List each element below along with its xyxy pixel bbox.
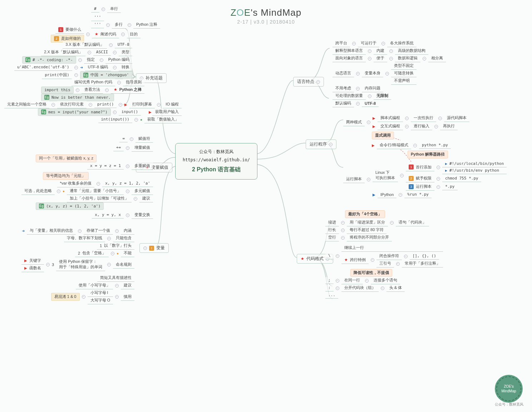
callout-4spaces: 最好为「4个空格」 [345, 210, 385, 218]
title-z: Z [231, 7, 237, 18]
branch-encoding: 3.X 版本「默认编码」−UTF-8 2.X 版本「默认编码」−ASCII −类… [14, 41, 132, 79]
title-o: O [237, 7, 244, 18]
star-icon: ★ [114, 87, 117, 92]
star-icon: ★ [344, 258, 348, 262]
flag-icon: ▶ [124, 103, 127, 107]
node-quote1: ''' [91, 14, 104, 21]
flag-icon: ▶ [373, 124, 375, 128]
arrow-icon: ➜ [80, 65, 83, 69]
branch-purpose: 1要做什么 2是如何做的 − ★阐述代码 − 目的 [51, 26, 141, 43]
root-line2: https://woaielf.github.io/ [179, 156, 253, 164]
node-py-encoding: Python 编码 [105, 56, 132, 64]
node-single-line: 单行 [107, 5, 121, 13]
branch-variable: ➜与「变量」相关联的信息−存储了一个值−内涵 字母、数字和下划线−只能包含 1 … [21, 227, 134, 304]
stamp-sub: 公众号：数林觅风 [495, 402, 523, 407]
dot-icon: ● [117, 251, 119, 255]
branch-code-format: 缩进−用「缩进深度」区分−语句「代码块」 行长−每行不超过 80 字符 空行−将… [325, 219, 443, 299]
topic-run[interactable]: 运行程序− [306, 139, 336, 149]
star-icon: ★ [301, 256, 304, 261]
branch-io: 元素之间输出一个空格− 依次打印元素− print()− ▶打印到屏幕 − IO… [4, 101, 182, 123]
branch-run: 两种模式− ▶脚本式编程−一次性执行−源代码脚本 ▶交互式编程−逐行输入−再执行… [343, 114, 507, 198]
flag-icon: ▶ [24, 259, 27, 263]
flag-icon: ▶ [372, 143, 375, 147]
node-naming: 命名规则 [113, 261, 134, 269]
flag-icon: ▶ [445, 162, 447, 166]
branch-lang-feature: 跨平台−可运行于−各大操作系统 解释型脚本语言−内建−高级的数据结构 面向对象的… [329, 38, 449, 109]
node-io: IO 编程 [163, 101, 182, 108]
root-txt: Python 语言基础 [195, 166, 241, 172]
flag-icon: ▶ [373, 193, 375, 197]
flag-icon: ▶ [445, 168, 447, 172]
topic-variable[interactable]: −!变量 [139, 243, 169, 253]
node-hash: # [91, 6, 99, 13]
topic-lang-feature[interactable]: 语言特点− [293, 77, 324, 87]
root-line1: 公众号：数林觅风 [179, 148, 253, 156]
zoe-stamp: ZOE's MindMap [496, 376, 521, 401]
title-e: E [244, 7, 251, 18]
flag-icon: ▶ [373, 116, 375, 120]
dot-icon: ● [140, 118, 142, 122]
branch-assign: =−赋值符 +=−增量赋值 同一个「引用」被赋值给 x, y, z x = y … [21, 135, 153, 219]
arrow-icon: ➜ [22, 229, 25, 233]
root-node[interactable]: 公众号：数林觅风 https://woaielf.github.io/ 2 Py… [175, 143, 257, 180]
root-num: 2 [192, 166, 195, 172]
branch-comments: #−单行 ''' '''−多行−Python 注释 [91, 5, 160, 29]
badge-icon: ! [149, 246, 154, 251]
star-icon: ★ [95, 32, 98, 36]
flag-icon: ▶ [24, 266, 27, 270]
flag-icon: ▶ [149, 110, 152, 114]
dot-icon: ● [63, 189, 65, 193]
title-block: ZOE's MindMap 2-17 | v3.0 | 20180410 [231, 7, 302, 25]
branch-zen: 编写优秀 Python 代码−指导原则 import this−查看方法 −★P… [41, 79, 144, 101]
title-sub: 2-17 | v3.0 | 20180410 [231, 19, 302, 25]
title-rest: 's MindMap [251, 7, 301, 18]
